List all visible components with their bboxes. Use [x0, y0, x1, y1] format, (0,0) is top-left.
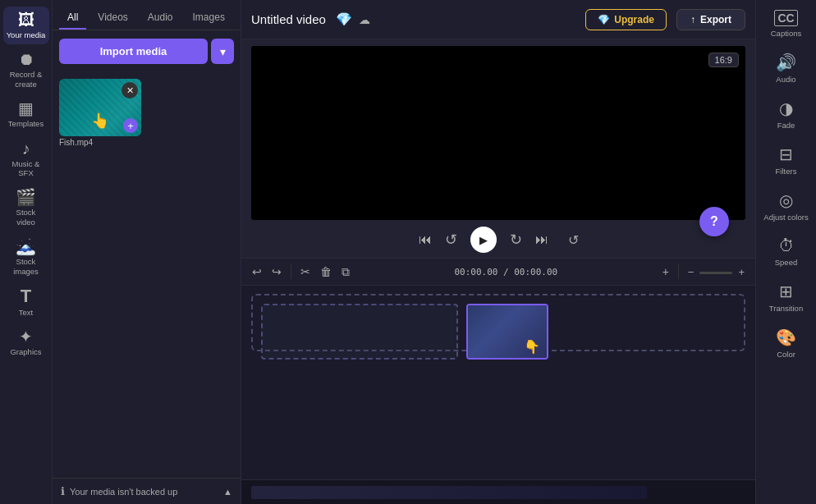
sidebar-item-label-record-create: Record &create [10, 70, 43, 89]
redo-button[interactable]: ↪ [269, 263, 284, 281]
right-item-label-color: Color [777, 350, 795, 359]
export-icon: ↑ [690, 14, 695, 25]
sidebar-item-label-text: Text [19, 308, 33, 317]
preview-controls: ⏮ ↺ ▶ ↻ ⏭ ↺ [241, 220, 755, 258]
toolbar-divider-2 [678, 264, 679, 279]
export-button[interactable]: ↑ Export [676, 9, 745, 30]
media-thumb-fish[interactable]: ✕ + 👆 [59, 79, 141, 136]
timeline-drag-area [261, 304, 458, 360]
tab-videos[interactable]: Videos [89, 7, 135, 30]
stock-images-icon: 🗻 [16, 238, 36, 254]
sidebar-item-your-media[interactable]: 🖼 Your media [3, 7, 49, 44]
delete-media-button[interactable]: ✕ [121, 82, 138, 99]
add-media-button[interactable]: + [123, 118, 138, 133]
color-icon: 🎨 [776, 328, 796, 347]
forward-button[interactable]: ↻ [510, 231, 522, 249]
transition-icon: ⊞ [779, 282, 793, 301]
timeline-clip[interactable]: 👇 [466, 304, 548, 360]
preview-video: 16:9 ? [251, 46, 745, 220]
top-bar: Untitled video 💎 ☁ 💎 Upgrade ↑ Export [241, 0, 755, 39]
media-panel: All Videos Audio Images Import media ▾ ✕… [53, 0, 241, 504]
left-sidebar: 🖼 Your media ⏺ Record &create ▦ Template… [0, 0, 53, 504]
timeline-toolbar: ↩ ↪ ✂ 🗑 ⧉ 00:00.00 / 00:00.00 + − + [241, 258, 755, 286]
media-grid: ✕ + 👆 Fish.mp4 [53, 72, 241, 478]
tab-all[interactable]: All [59, 7, 86, 30]
fade-icon: ◑ [779, 99, 793, 118]
zoom-bar [699, 272, 732, 274]
info-icon: ℹ [61, 485, 65, 497]
skip-forward-button[interactable]: ⏭ [535, 232, 548, 247]
timeline: 👇 Drag & drop media here [241, 286, 755, 504]
zoom-controls: − + [685, 263, 747, 281]
sidebar-item-templates[interactable]: ▦ Templates [3, 95, 49, 133]
play-button[interactable]: ▶ [470, 227, 497, 253]
import-media-button[interactable]: Import media [59, 39, 208, 64]
sidebar-item-label-stock-images: Stock images [7, 257, 46, 276]
templates-icon: ▦ [18, 100, 34, 117]
add-track-button[interactable]: + [660, 263, 672, 281]
sidebar-item-music-sfx[interactable]: ♪ Music & SFX [3, 135, 49, 183]
sidebar-item-label-music-sfx: Music & SFX [7, 159, 46, 178]
loop-button[interactable]: ↺ [568, 232, 579, 248]
sidebar-item-text[interactable]: T Text [3, 282, 49, 322]
speed-icon: ⏱ [778, 236, 795, 255]
cursor-icon: 👆 [91, 112, 109, 130]
timeline-drop-zone: 👇 [251, 294, 745, 351]
right-item-fade[interactable]: ◑ Fade [760, 92, 813, 136]
right-item-label-adjust-colors: Adjust colors [763, 213, 808, 222]
tab-images[interactable]: Images [185, 7, 233, 30]
chevron-up-icon[interactable]: ▲ [223, 487, 232, 497]
toolbar-divider-1 [291, 264, 291, 279]
gem-icon: 💎 [336, 11, 352, 27]
preview-area: 16:9 ? ⏮ ↺ ▶ ↻ ⏭ ↺ [241, 39, 755, 258]
right-item-color[interactable]: 🎨 Color [760, 321, 813, 365]
right-item-adjust-colors[interactable]: ◎ Adjust colors [760, 184, 813, 228]
zoom-out-button[interactable]: − [685, 263, 697, 281]
sidebar-item-graphics[interactable]: ✦ Graphics [3, 323, 49, 361]
help-button[interactable]: ? [699, 207, 729, 236]
your-media-icon: 🖼 [18, 11, 34, 28]
sidebar-item-stock-images[interactable]: 🗻 Stock images [3, 233, 49, 281]
upgrade-gem-icon: 💎 [598, 14, 610, 25]
music-sfx-icon: ♪ [22, 140, 30, 157]
skip-back-button[interactable]: ⏮ [419, 232, 432, 247]
sidebar-item-record-create[interactable]: ⏺ Record &create [3, 46, 49, 94]
right-item-filters[interactable]: ⊟ Filters [760, 138, 813, 182]
project-title: Untitled video [251, 12, 326, 26]
right-item-transition[interactable]: ⊞ Transition [760, 275, 813, 319]
right-item-captions[interactable]: CC Captions [760, 3, 813, 44]
top-bar-icons: 💎 ☁ [336, 11, 370, 27]
right-item-speed[interactable]: ⏱ Speed [760, 230, 813, 273]
audio-icon: 🔊 [776, 53, 796, 72]
zoom-in-button[interactable]: + [736, 263, 747, 281]
sidebar-item-label-your-media: Your media [7, 30, 46, 39]
scissors-button[interactable]: ✂ [298, 263, 313, 281]
rewind-button[interactable]: ↺ [445, 231, 457, 249]
backup-status-text: Your media isn't backed up [70, 487, 177, 497]
right-item-audio[interactable]: 🔊 Audio [760, 46, 813, 90]
sidebar-item-stock-video[interactable]: 🎬 Stock video [3, 184, 49, 231]
tab-audio[interactable]: Audio [140, 7, 181, 30]
filters-icon: ⊟ [779, 144, 793, 164]
aspect-ratio-badge[interactable]: 16:9 [708, 53, 739, 67]
delete-button[interactable]: 🗑 [318, 263, 334, 281]
record-create-icon: ⏺ [18, 51, 34, 67]
export-label: Export [700, 14, 731, 25]
import-button-row: Import media ▾ [53, 30, 241, 72]
captions-icon: CC [774, 10, 797, 26]
media-tabs: All Videos Audio Images [53, 0, 241, 30]
right-item-label-filters: Filters [776, 167, 797, 176]
right-item-label-audio: Audio [776, 75, 795, 84]
adjust-colors-icon: ◎ [779, 190, 793, 210]
timeline-time: 00:00.00 / 00:00.00 [454, 267, 557, 277]
right-item-label-captions: Captions [771, 29, 802, 38]
import-dropdown-button[interactable]: ▾ [211, 39, 234, 64]
upgrade-button[interactable]: 💎 Upgrade [585, 9, 667, 30]
sidebar-item-label-stock-video: Stock video [7, 208, 46, 227]
duplicate-button[interactable]: ⧉ [339, 263, 352, 282]
undo-button[interactable]: ↩ [250, 263, 264, 281]
right-item-label-fade: Fade [777, 121, 795, 130]
cloud-icon[interactable]: ☁ [359, 13, 370, 26]
media-backup-bar: ℹ Your media isn't backed up ▲ [53, 478, 241, 504]
stock-video-icon: 🎬 [16, 189, 36, 205]
